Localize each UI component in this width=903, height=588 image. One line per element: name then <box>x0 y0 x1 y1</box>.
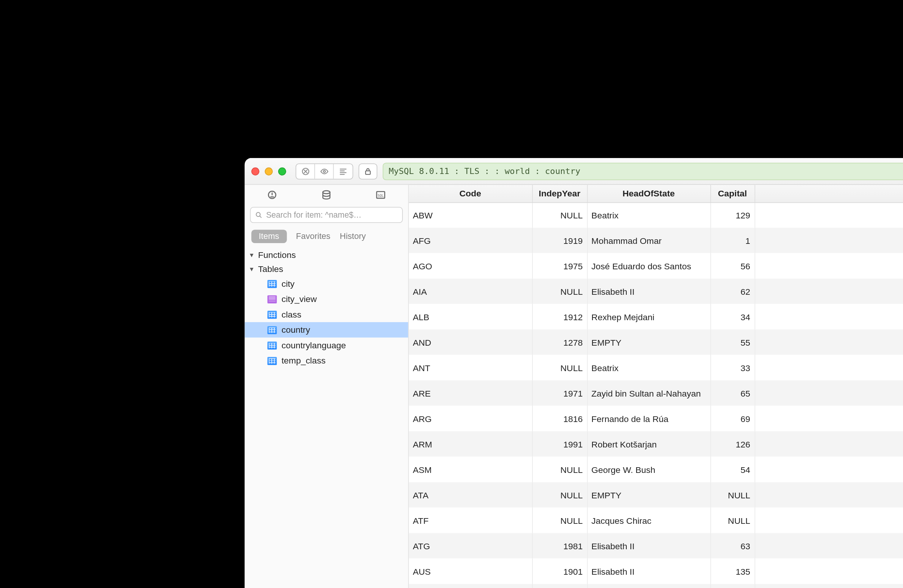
connection-bar[interactable]: MySQL 8.0.11 : TLS : : world : country l… <box>383 163 903 180</box>
cell[interactable]: ATG <box>409 533 532 558</box>
cell[interactable]: Mohammad Omar <box>587 228 710 253</box>
cell[interactable]: 1901 <box>532 558 587 584</box>
cell[interactable]: 1918 <box>532 584 587 588</box>
cell[interactable]: Rexhep Mejdani <box>587 304 710 329</box>
format-icon[interactable] <box>334 164 352 179</box>
stop-icon[interactable] <box>296 164 315 179</box>
table-row[interactable]: ARM1991Robert Kotšarjan126 <box>409 431 903 457</box>
table-row[interactable]: ATG1981Elisabeth II63 <box>409 533 903 558</box>
cell[interactable]: NULL <box>532 457 587 482</box>
cell[interactable]: 129 <box>710 202 754 228</box>
cell[interactable]: Elisabeth II <box>587 533 710 558</box>
cell[interactable]: ARM <box>409 431 532 457</box>
cell[interactable]: 1816 <box>532 406 587 431</box>
table-row[interactable]: ASMNULLGeorge W. Bush54 <box>409 457 903 482</box>
cell[interactable]: 1971 <box>532 380 587 406</box>
cell[interactable]: Beatrix <box>587 202 710 228</box>
cell[interactable]: EMPTY <box>587 329 710 355</box>
cell[interactable]: 54 <box>710 457 754 482</box>
cell[interactable]: José Eduardo dos Santos <box>587 253 710 278</box>
cell[interactable]: George W. Bush <box>587 457 710 482</box>
cell[interactable]: 1975 <box>532 253 587 278</box>
cell[interactable]: 55 <box>710 329 754 355</box>
cell[interactable]: AND <box>409 329 532 355</box>
cell[interactable]: ASM <box>409 457 532 482</box>
table-item-countrylanguage[interactable]: countrylanguage <box>245 338 408 353</box>
minimize-window-button[interactable] <box>265 167 273 175</box>
table-item-class[interactable]: class <box>245 307 408 322</box>
close-window-button[interactable] <box>251 167 259 175</box>
cell[interactable]: NULL <box>710 482 754 507</box>
cell[interactable]: ARG <box>409 406 532 431</box>
table-row[interactable]: AND1278EMPTY55 <box>409 329 903 355</box>
cell[interactable]: Robert Kotšarjan <box>587 431 710 457</box>
sidebar-tab-favorites[interactable]: Favorites <box>296 232 331 241</box>
cell[interactable]: 34 <box>710 304 754 329</box>
cell[interactable]: 69 <box>710 406 754 431</box>
lock-button[interactable] <box>358 163 377 179</box>
sql-tab-icon[interactable]: SQL <box>375 188 387 202</box>
table-row[interactable]: ARE1971Zayid bin Sultan al-Nahayan65 <box>409 380 903 406</box>
table-row[interactable]: AFG1919Mohammad Omar1 <box>409 228 903 253</box>
sidebar-tab-history[interactable]: History <box>340 232 366 241</box>
table-row[interactable]: ATANULLEMPTYNULL <box>409 482 903 507</box>
connection-tab-icon[interactable] <box>266 188 278 202</box>
cell[interactable]: Fernando de la Rúa <box>587 406 710 431</box>
zoom-window-button[interactable] <box>278 167 286 175</box>
cell[interactable]: 65 <box>710 380 754 406</box>
cell[interactable]: 63 <box>710 533 754 558</box>
cell[interactable]: NULL <box>532 482 587 507</box>
column-header-indepyear[interactable]: IndepYear <box>532 185 587 202</box>
table-row[interactable]: ANTNULLBeatrix33 <box>409 355 903 380</box>
preview-icon[interactable] <box>315 164 334 179</box>
cell[interactable]: 126 <box>710 431 754 457</box>
cell[interactable]: AFG <box>409 228 532 253</box>
cell[interactable]: 1523 <box>710 584 754 588</box>
table-item-city[interactable]: city <box>245 276 408 291</box>
table-row[interactable]: AGO1975José Eduardo dos Santos56 <box>409 253 903 278</box>
table-row[interactable]: AUT1918Thomas Klestil1523 <box>409 584 903 588</box>
table-row[interactable]: AIANULLElisabeth II62 <box>409 278 903 304</box>
cell[interactable]: ATF <box>409 507 532 533</box>
table-row[interactable]: ATFNULLJacques ChiracNULL <box>409 507 903 533</box>
cell[interactable]: 56 <box>710 253 754 278</box>
cell[interactable]: Jacques Chirac <box>587 507 710 533</box>
tree-group-functions[interactable]: Functions <box>245 248 408 262</box>
cell[interactable]: ANT <box>409 355 532 380</box>
sidebar-search[interactable]: Search for item: ^name$… <box>250 207 403 223</box>
cell[interactable]: 1991 <box>532 431 587 457</box>
database-tab-icon[interactable] <box>320 188 333 202</box>
cell[interactable]: NULL <box>532 355 587 380</box>
cell[interactable]: 1919 <box>532 228 587 253</box>
cell[interactable]: Beatrix <box>587 355 710 380</box>
table-item-temp_class[interactable]: temp_class <box>245 353 408 368</box>
cell[interactable]: ARE <box>409 380 532 406</box>
cell[interactable]: ABW <box>409 202 532 228</box>
table-row[interactable]: ABWNULLBeatrix129 <box>409 202 903 228</box>
cell[interactable]: 62 <box>710 278 754 304</box>
cell[interactable]: AGO <box>409 253 532 278</box>
cell[interactable]: NULL <box>532 278 587 304</box>
cell[interactable]: 1278 <box>532 329 587 355</box>
table-item-country[interactable]: country <box>245 322 408 338</box>
cell[interactable]: Elisabeth II <box>587 558 710 584</box>
cell[interactable]: NULL <box>710 507 754 533</box>
column-header-capital[interactable]: Capital <box>710 185 754 202</box>
cell[interactable]: Thomas Klestil <box>587 584 710 588</box>
column-header-code[interactable]: Code <box>409 185 532 202</box>
table-row[interactable]: ALB1912Rexhep Mejdani34 <box>409 304 903 329</box>
cell[interactable]: 1981 <box>532 533 587 558</box>
cell[interactable]: Zayid bin Sultan al-Nahayan <box>587 380 710 406</box>
cell[interactable]: EMPTY <box>587 482 710 507</box>
cell[interactable]: 135 <box>710 558 754 584</box>
cell[interactable]: NULL <box>532 507 587 533</box>
table-item-city_view[interactable]: city_view <box>245 291 408 307</box>
cell[interactable]: AUS <box>409 558 532 584</box>
cell[interactable]: ATA <box>409 482 532 507</box>
cell[interactable]: 1 <box>710 228 754 253</box>
cell[interactable]: Elisabeth II <box>587 278 710 304</box>
table-row[interactable]: ARG1816Fernando de la Rúa69 <box>409 406 903 431</box>
cell[interactable]: 1912 <box>532 304 587 329</box>
tree-group-tables[interactable]: Tables <box>245 262 408 276</box>
data-grid[interactable]: CodeIndepYearHeadOfStateCapital ABWNULLB… <box>409 185 903 588</box>
